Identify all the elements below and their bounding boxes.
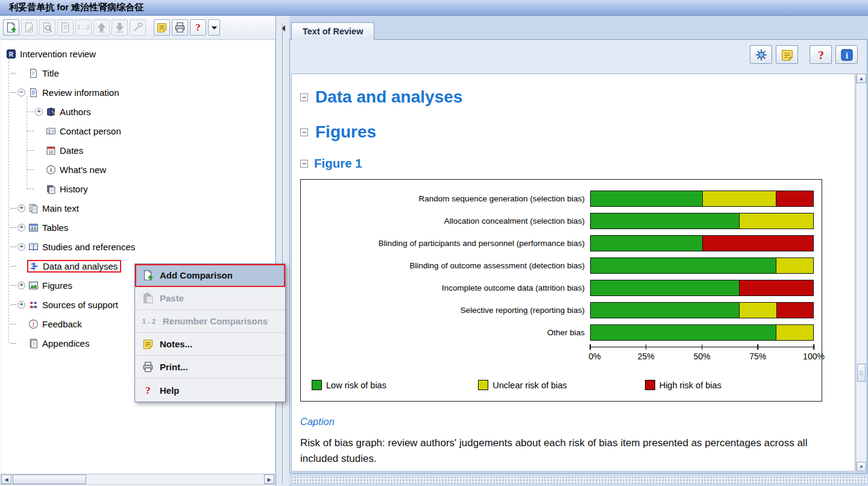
- help-button[interactable]: ?: [810, 45, 832, 64]
- tree-item-authors[interactable]: +Authors: [1, 102, 275, 121]
- hscroll-track[interactable]: [11, 475, 264, 484]
- rob-legend: Low risk of biasUnclear risk of biasHigh…: [312, 380, 811, 390]
- review-info-icon: [28, 87, 39, 98]
- hscroll-thumb[interactable]: [13, 475, 86, 484]
- tree-node: Main text: [27, 202, 83, 215]
- notes-button[interactable]: [154, 19, 170, 36]
- revman-window: R 利妥昔单抗 for 难治性肾病综合征 1→2? RIntervention …: [0, 0, 868, 486]
- tree-item-title[interactable]: Title: [1, 63, 275, 83]
- axis-tick-label: 0%: [589, 352, 601, 361]
- new-button[interactable]: [3, 19, 19, 36]
- tab-text-of-review[interactable]: Text of Review: [291, 22, 374, 40]
- rob-segment-high-risk-of-bias: [702, 236, 814, 251]
- scroll-right-button[interactable]: ▶: [264, 475, 274, 484]
- tree-node: Title: [27, 67, 63, 80]
- info-icon: i: [840, 48, 854, 62]
- collapse-icon[interactable]: −: [300, 128, 308, 136]
- tree-item-label: Data and analyses: [43, 261, 118, 271]
- tree-item-tables[interactable]: +Tables: [1, 218, 275, 237]
- main-text-icon: [28, 203, 39, 213]
- analyses-button[interactable]: [750, 45, 772, 64]
- rob-segment-low-risk-of-bias: [591, 191, 702, 206]
- scroll-down-button[interactable]: ▼: [857, 462, 866, 472]
- svg-text:10: 10: [49, 149, 54, 153]
- scroll-up-button[interactable]: ▲: [857, 74, 866, 83]
- help-button[interactable]: ?: [190, 19, 206, 36]
- rob-row-label: Blinding of participants and personnel (…: [303, 239, 590, 248]
- section-heading-figures: − Figures: [300, 122, 848, 142]
- collapsed-handle-icon[interactable]: +: [17, 224, 25, 232]
- tree-node: Studies and references: [27, 241, 139, 253]
- notes-icon: [156, 22, 168, 33]
- rob-row: Selective reporting (reporting bias): [303, 299, 814, 321]
- legend-label: Low risk of bias: [326, 380, 386, 390]
- rob-row: Incomplete outcome data (attrition bias): [303, 277, 814, 299]
- renumber-icon: 1→2: [142, 318, 157, 325]
- notes-button[interactable]: [776, 45, 798, 64]
- collapsed-handle-icon[interactable]: +: [17, 243, 25, 251]
- tree-node: Figures: [27, 279, 76, 292]
- sources-icon: [28, 300, 39, 310]
- svg-text:?: ?: [145, 385, 150, 396]
- edit-button: [21, 19, 37, 36]
- menu-item-help[interactable]: ?Help: [135, 379, 285, 402]
- rob-row: Other bias: [303, 321, 814, 344]
- tree-item-label: Figures: [42, 280, 72, 291]
- tree-item-label: Review information: [42, 87, 119, 98]
- menu-item-add-comparison[interactable]: Add Comparison: [135, 264, 285, 287]
- splitter-line: [282, 23, 283, 484]
- tree-item-intervention-review[interactable]: RIntervention review: [1, 44, 275, 63]
- tree-item-main-text[interactable]: +Main text: [1, 198, 275, 218]
- context-menu: Add ComparisonPaste1→2Renumber Compariso…: [134, 264, 286, 402]
- print-button[interactable]: [172, 19, 188, 36]
- scroll-left-button[interactable]: ◀: [1, 475, 11, 484]
- tree-item-label: Feedback: [42, 319, 82, 329]
- appendices-icon: [28, 338, 39, 349]
- preview-button: [39, 19, 55, 36]
- notes-icon: [142, 338, 154, 350]
- heading-text: Data and analyses: [315, 87, 462, 107]
- menu-item-renumber-comparisons: 1→2Renumber Comparisons: [135, 310, 285, 333]
- tree-item-label: Dates: [60, 145, 83, 156]
- properties-icon: [60, 22, 71, 33]
- tables-icon: [28, 222, 39, 233]
- split-pane-divider[interactable]: [276, 16, 289, 486]
- menu-item-notes[interactable]: Notes...: [135, 333, 285, 356]
- tree-item-review-information[interactable]: −Review information: [1, 83, 275, 102]
- info-button[interactable]: i: [835, 45, 858, 64]
- wrench-icon: [132, 22, 143, 33]
- tree-item-history[interactable]: History: [1, 179, 275, 198]
- collapsed-handle-icon[interactable]: +: [17, 301, 25, 309]
- svg-text:?: ?: [195, 22, 200, 33]
- svg-text:R: R: [9, 51, 14, 57]
- tree-node: Contact person: [45, 125, 125, 137]
- collapse-icon[interactable]: −: [300, 160, 308, 168]
- menu-item-print[interactable]: Print...: [135, 356, 285, 379]
- collapse-icon[interactable]: −: [300, 93, 308, 101]
- vscroll-thumb[interactable]: [857, 364, 866, 382]
- tree-item-dates[interactable]: 10Dates: [1, 140, 275, 160]
- content-vscrollbar[interactable]: ▲ ▼: [856, 74, 866, 472]
- caption-label: Caption: [300, 416, 848, 428]
- rob-segment-unclear-risk-of-bias: [776, 258, 813, 273]
- collapsed-handle-icon[interactable]: +: [35, 108, 43, 116]
- expanded-handle-icon[interactable]: −: [17, 89, 25, 96]
- legend-item: High risk of bias: [645, 380, 811, 390]
- svg-text:?: ?: [818, 48, 824, 61]
- vscroll-track[interactable]: [857, 83, 866, 462]
- tree-node: Appendices: [27, 337, 93, 350]
- tree-item-contact-person[interactable]: Contact person: [1, 121, 275, 140]
- rob-row: Blinding of outcome assessment (detectio…: [303, 254, 814, 277]
- collapsed-handle-icon[interactable]: +: [17, 204, 25, 212]
- tree-item-what-s-new[interactable]: iWhat's new: [1, 160, 275, 179]
- rob-bar: [590, 213, 814, 229]
- outline-pane: 1→2? RIntervention reviewTitle−Review in…: [0, 16, 276, 486]
- tree-item-studies-and-references[interactable]: +Studies and references: [1, 237, 275, 256]
- move-down-button: [112, 19, 128, 36]
- move-down-icon: [114, 22, 125, 33]
- dropdown-icon: [209, 22, 220, 33]
- collapsed-handle-icon[interactable]: +: [17, 282, 25, 289]
- outline-hscrollbar[interactable]: ◀ ▶: [1, 474, 275, 485]
- toolbar-more-button[interactable]: [208, 19, 220, 36]
- tree-node: RIntervention review: [5, 48, 99, 60]
